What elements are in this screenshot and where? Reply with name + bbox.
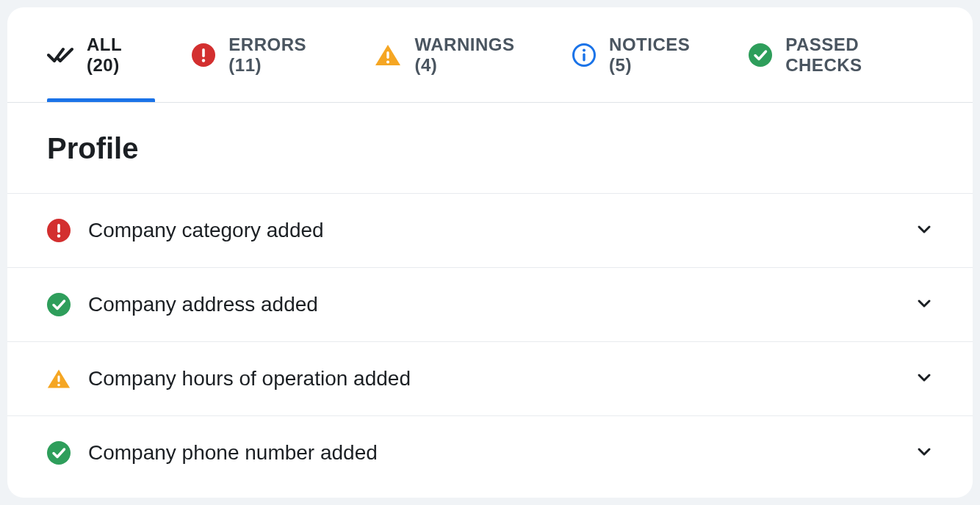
- svg-rect-13: [57, 376, 60, 382]
- check-item-company-phone[interactable]: Company phone number added: [7, 416, 973, 490]
- svg-point-14: [57, 384, 60, 387]
- svg-rect-3: [387, 51, 389, 59]
- svg-point-12: [47, 293, 71, 316]
- checks-card: ALL (20) ERRORS (11) WARNINGS (4): [7, 7, 973, 498]
- svg-point-8: [749, 43, 772, 67]
- double-check-icon: [47, 45, 73, 65]
- check-item-label: Company category added: [88, 219, 915, 242]
- check-circle-icon: [47, 441, 71, 465]
- checks-list: Company category added Company address a…: [7, 194, 973, 490]
- tab-warnings[interactable]: WARNINGS (4): [375, 7, 536, 102]
- error-icon: [47, 219, 71, 242]
- svg-point-15: [47, 441, 71, 465]
- tabs-bar: ALL (20) ERRORS (11) WARNINGS (4): [7, 7, 973, 103]
- chevron-down-icon: [915, 220, 933, 241]
- tab-errors[interactable]: ERRORS (11): [192, 7, 338, 102]
- section-title-wrap: Profile: [7, 103, 973, 194]
- tab-all-label: ALL (20): [87, 34, 155, 76]
- warning-icon: [47, 367, 71, 390]
- svg-rect-10: [57, 224, 60, 233]
- svg-point-2: [202, 59, 205, 62]
- check-item-label: Company phone number added: [88, 441, 915, 465]
- tab-all[interactable]: ALL (20): [47, 7, 155, 102]
- error-icon: [192, 43, 215, 67]
- warning-icon: [375, 43, 401, 67]
- tab-warnings-label: WARNINGS (4): [414, 34, 536, 76]
- section-title: Profile: [7, 103, 973, 193]
- tab-passed-label: PASSED CHECKS: [785, 34, 933, 76]
- check-item-company-hours[interactable]: Company hours of operation added: [7, 342, 973, 416]
- chevron-down-icon: [915, 294, 933, 315]
- svg-rect-1: [203, 48, 206, 57]
- chevron-down-icon: [915, 443, 933, 463]
- check-item-label: Company address added: [88, 293, 915, 316]
- info-icon: [572, 43, 596, 67]
- check-circle-icon: [47, 293, 71, 316]
- svg-rect-7: [583, 53, 585, 61]
- check-item-company-address[interactable]: Company address added: [7, 268, 973, 342]
- svg-point-11: [57, 234, 60, 237]
- tab-errors-label: ERRORS (11): [228, 34, 338, 76]
- tab-passed[interactable]: PASSED CHECKS: [749, 7, 933, 102]
- chevron-down-icon: [915, 368, 933, 389]
- tab-notices[interactable]: NOTICES (5): [572, 7, 712, 102]
- tab-notices-label: NOTICES (5): [609, 34, 712, 76]
- svg-point-4: [386, 60, 389, 63]
- check-item-label: Company hours of operation added: [88, 367, 915, 390]
- check-item-company-category[interactable]: Company category added: [7, 194, 973, 268]
- svg-point-6: [583, 48, 586, 51]
- check-circle-icon: [749, 43, 772, 67]
